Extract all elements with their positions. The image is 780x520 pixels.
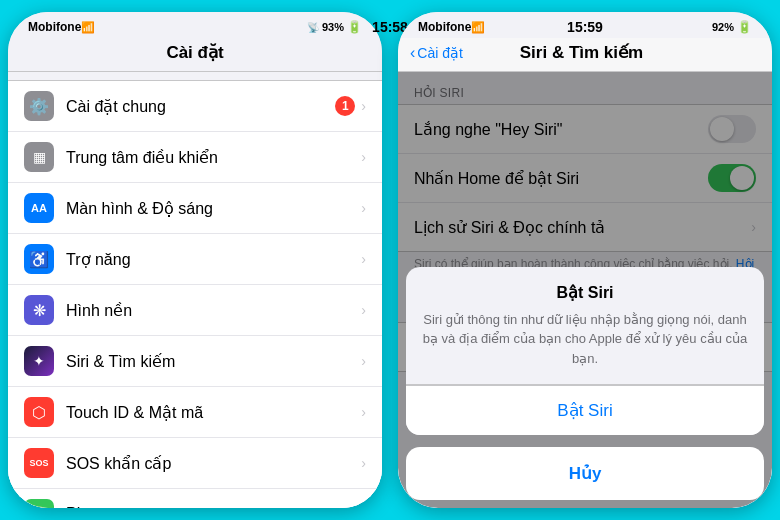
accessibility-label: Trợ năng <box>66 250 361 269</box>
wallpaper-chevron: › <box>361 302 366 318</box>
left-carrier: Mobifone <box>28 20 81 34</box>
touchid-icon: ⬡ <box>24 397 54 427</box>
wallpaper-icon: ❋ <box>24 295 54 325</box>
sos-chevron: › <box>361 455 366 471</box>
modal-overlay: Bật Siri Siri gửi thông tin như dữ liệu … <box>398 72 772 508</box>
modal-confirm-button[interactable]: Bật Siri <box>406 385 764 435</box>
left-phone-panel: Mobifone 📶 15:58 📡 93% 🔋 Cài đặt ⚙️ Cài … <box>8 12 382 508</box>
left-status-bar: Mobifone 📶 15:58 📡 93% 🔋 <box>8 12 382 38</box>
battery-icon: 🔋 <box>24 499 54 508</box>
battery-label: Pin <box>66 505 361 508</box>
nav-back-button[interactable]: ‹ Cài đặt <box>410 44 463 62</box>
touchid-label: Touch ID & Mật mã <box>66 403 361 422</box>
settings-item-sos[interactable]: SOS SOS khẩn cấp › <box>8 438 382 489</box>
settings-item-siri[interactable]: ✦ Siri & Tìm kiếm › <box>8 336 382 387</box>
right-carrier: Mobifone <box>418 20 471 34</box>
modal-title: Bật Siri <box>422 283 748 302</box>
control-center-label: Trung tâm điều khiển <box>66 148 361 167</box>
display-label: Màn hình & Độ sáng <box>66 199 361 218</box>
nav-back-label: Cài đặt <box>417 45 463 61</box>
siri-label: Siri & Tìm kiếm <box>66 352 361 371</box>
left-battery-icon: 🔋 <box>347 20 362 34</box>
left-settings-list: ⚙️ Cài đặt chung 1 › ▦ Trung tâm điều kh… <box>8 72 382 508</box>
sos-icon: SOS <box>24 448 54 478</box>
modal-content: Bật Siri Siri gửi thông tin như dữ liệu … <box>406 267 764 386</box>
left-wifi-icon: 📶 <box>81 21 95 34</box>
settings-item-accessibility[interactable]: ♿ Trợ năng › <box>8 234 382 285</box>
right-status-bar: Mobifone 📶 15:59 92% 🔋 <box>398 12 772 38</box>
left-signal-icon: 📡 <box>307 22 319 33</box>
wallpaper-label: Hình nền <box>66 301 361 320</box>
left-settings-group-1: ⚙️ Cài đặt chung 1 › ▦ Trung tâm điều kh… <box>8 80 382 508</box>
general-icon: ⚙️ <box>24 91 54 121</box>
settings-item-control-center[interactable]: ▦ Trung tâm điều khiển › <box>8 132 382 183</box>
modal-box: Bật Siri Siri gửi thông tin như dữ liệu … <box>406 267 764 436</box>
modal-cancel-button[interactable]: Hủy <box>406 447 764 500</box>
right-wifi-icon: 📶 <box>471 21 485 34</box>
general-chevron: › <box>361 98 366 114</box>
right-battery-icon: 🔋 <box>737 20 752 34</box>
display-icon: AA <box>24 193 54 223</box>
right-nav-bar: ‹ Cài đặt Siri & Tìm kiếm <box>398 38 772 72</box>
battery-chevron: › <box>361 506 366 508</box>
settings-item-wallpaper[interactable]: ❋ Hình nền › <box>8 285 382 336</box>
right-battery-pct: 92% <box>712 21 734 33</box>
control-center-icon: ▦ <box>24 142 54 172</box>
left-time: 15:58 <box>372 19 382 35</box>
display-chevron: › <box>361 200 366 216</box>
back-chevron-icon: ‹ <box>410 44 415 62</box>
accessibility-chevron: › <box>361 251 366 267</box>
siri-chevron: › <box>361 353 366 369</box>
right-time: 15:59 <box>567 19 603 35</box>
general-badge: 1 <box>335 96 355 116</box>
modal-description: Siri gửi thông tin như dữ liệu nhập bằng… <box>422 310 748 369</box>
settings-item-battery[interactable]: 🔋 Pin › <box>8 489 382 508</box>
settings-item-general[interactable]: ⚙️ Cài đặt chung 1 › <box>8 81 382 132</box>
sos-label: SOS khẩn cấp <box>66 454 361 473</box>
control-center-chevron: › <box>361 149 366 165</box>
modal-cancel-box: Hủy <box>406 447 764 500</box>
settings-item-display[interactable]: AA Màn hình & Độ sáng › <box>8 183 382 234</box>
touchid-chevron: › <box>361 404 366 420</box>
right-nav-title: Siri & Tìm kiếm <box>463 42 700 63</box>
right-phone-panel: Mobifone 📶 15:59 92% 🔋 ‹ Cài đặt Siri & … <box>398 12 772 508</box>
settings-item-touchid[interactable]: ⬡ Touch ID & Mật mã › <box>8 387 382 438</box>
siri-icon: ✦ <box>24 346 54 376</box>
left-nav-bar: Cài đặt <box>8 38 382 72</box>
left-nav-title: Cài đặt <box>166 43 223 62</box>
right-panel-container: HỎI SIRI Lắng nghe "Hey Siri" Nhấn Home … <box>398 72 772 508</box>
general-label: Cài đặt chung <box>66 97 335 116</box>
left-battery-pct: 93% <box>322 21 344 33</box>
accessibility-icon: ♿ <box>24 244 54 274</box>
